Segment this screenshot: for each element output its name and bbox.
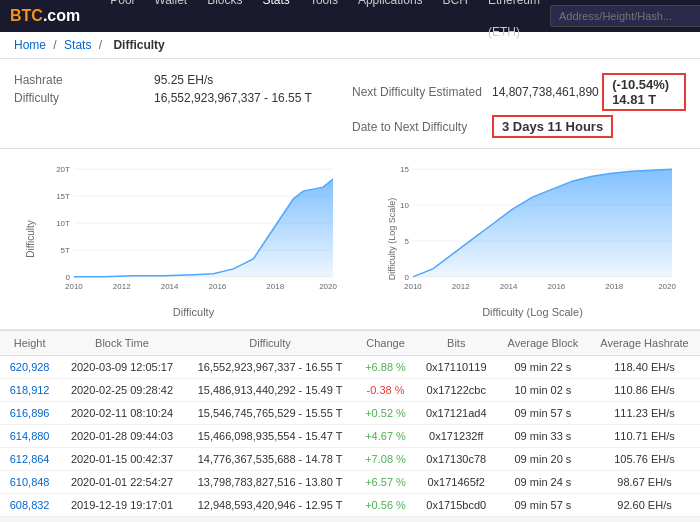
charts-area: Difficulty 20T 15T 10T 5T 0 xyxy=(0,149,700,330)
hashrate-row: Hashrate 95.25 EH/s xyxy=(14,71,348,89)
logo: BTC.com xyxy=(10,7,80,25)
cell-difficulty: 16,552,923,967,337 - 16.55 T xyxy=(185,356,356,379)
table-row: 614,880 2020-01-28 09:44:03 15,466,098,9… xyxy=(0,425,700,448)
cell-block-time: 2020-01-28 09:44:03 xyxy=(59,425,184,448)
cell-avg-block: 09 min 57 s xyxy=(497,494,589,517)
svg-text:2018: 2018 xyxy=(266,282,284,291)
chart2-title: Difficulty (Log Scale) xyxy=(383,306,682,318)
cell-avg-hashrate: 110.71 EH/s xyxy=(589,425,700,448)
next-diff-value: 14,807,738,461,890 xyxy=(492,85,599,99)
cell-avg-block: 09 min 33 s xyxy=(497,425,589,448)
chart1-y-label: Difficulty xyxy=(25,220,36,258)
cell-height[interactable]: 610,848 xyxy=(0,471,59,494)
nav-blocks[interactable]: Blocks xyxy=(197,0,252,48)
svg-text:0: 0 xyxy=(65,273,70,282)
cell-bits: 0x1715bcd0 xyxy=(416,494,497,517)
cell-avg-block: 09 min 24 s xyxy=(497,471,589,494)
svg-text:15: 15 xyxy=(400,165,409,174)
svg-text:2020: 2020 xyxy=(658,282,676,291)
cell-height[interactable]: 618,912 xyxy=(0,379,59,402)
svg-text:2010: 2010 xyxy=(404,282,422,291)
header: BTC.com Pool Wallet Blocks Stats Tools A… xyxy=(0,0,700,32)
svg-text:0: 0 xyxy=(404,273,409,282)
cell-bits: 0x17121ad4 xyxy=(416,402,497,425)
cell-difficulty: 15,466,098,935,554 - 15.47 T xyxy=(185,425,356,448)
breadcrumb-current: Difficulty xyxy=(113,38,164,52)
svg-text:2010: 2010 xyxy=(65,282,83,291)
cell-bits: 0x17130c78 xyxy=(416,448,497,471)
next-diff-change: (-10.54%) 14.81 T xyxy=(602,73,686,111)
table-row: 610,848 2020-01-01 22:54:27 13,798,783,8… xyxy=(0,471,700,494)
col-height: Height xyxy=(0,331,59,356)
chart2-y-label: Difficulty (Log Scale) xyxy=(387,198,397,280)
cell-difficulty: 12,948,593,420,946 - 12.95 T xyxy=(185,494,356,517)
table-row: 608,832 2019-12-19 19:17:01 12,948,593,4… xyxy=(0,494,700,517)
cell-difficulty: 13,798,783,827,516 - 13.80 T xyxy=(185,471,356,494)
cell-block-time: 2019-12-19 19:17:01 xyxy=(59,494,184,517)
svg-text:2012: 2012 xyxy=(452,282,470,291)
nav-applications[interactable]: Applications xyxy=(348,0,433,48)
cell-change: +0.56 % xyxy=(355,494,415,517)
stats-grid: Hashrate 95.25 EH/s Difficulty 16,552,92… xyxy=(14,71,686,140)
hashrate-value: 95.25 EH/s xyxy=(154,73,213,87)
next-diff-row: Next Difficulty Estimated 14,807,738,461… xyxy=(352,71,686,113)
cell-height[interactable]: 620,928 xyxy=(0,356,59,379)
difficulty-chart: Difficulty 20T 15T 10T 5T 0 xyxy=(14,159,353,319)
cell-difficulty: 15,546,745,765,529 - 15.55 T xyxy=(185,402,356,425)
cell-avg-block: 10 min 02 s xyxy=(497,379,589,402)
cell-change: +7.08 % xyxy=(355,448,415,471)
cell-change: +6.88 % xyxy=(355,356,415,379)
col-avg-block: Average Block xyxy=(497,331,589,356)
cell-avg-hashrate: 118.40 EH/s xyxy=(589,356,700,379)
cell-change: -0.38 % xyxy=(355,379,415,402)
svg-text:2014: 2014 xyxy=(500,282,518,291)
difficulty-log-chart: Difficulty (Log Scale) 15 10 5 0 2010 xyxy=(353,159,686,319)
cell-block-time: 2020-02-11 08:10:24 xyxy=(59,402,184,425)
nav-stats[interactable]: Stats xyxy=(253,0,300,48)
breadcrumb-stats[interactable]: Stats xyxy=(64,38,91,52)
svg-text:2020: 2020 xyxy=(319,282,337,291)
breadcrumb-home[interactable]: Home xyxy=(14,38,46,52)
cell-difficulty: 15,486,913,440,292 - 15.49 T xyxy=(185,379,356,402)
stats-right: Next Difficulty Estimated 14,807,738,461… xyxy=(352,71,686,140)
cell-block-time: 2020-01-01 22:54:27 xyxy=(59,471,184,494)
cell-height[interactable]: 612,864 xyxy=(0,448,59,471)
hashrate-label: Hashrate xyxy=(14,73,154,87)
table-row: 618,912 2020-02-25 09:28:42 15,486,913,4… xyxy=(0,379,700,402)
breadcrumb-sep1: / xyxy=(53,38,56,52)
svg-text:15T: 15T xyxy=(56,192,70,201)
cell-avg-block: 09 min 22 s xyxy=(497,356,589,379)
table-row: 620,928 2020-03-09 12:05:17 16,552,923,9… xyxy=(0,356,700,379)
cell-change: +0.52 % xyxy=(355,402,415,425)
svg-text:5T: 5T xyxy=(61,246,70,255)
cell-block-time: 2020-02-25 09:28:42 xyxy=(59,379,184,402)
svg-text:10: 10 xyxy=(400,201,409,210)
date-next-row: Date to Next Difficulty 3 Days 11 Hours xyxy=(352,113,686,140)
col-bits: Bits xyxy=(416,331,497,356)
cell-bits: 0x17110119 xyxy=(416,356,497,379)
stats-section: Hashrate 95.25 EH/s Difficulty 16,552,92… xyxy=(0,59,700,149)
svg-text:2016: 2016 xyxy=(548,282,566,291)
nav-bch[interactable]: BCH xyxy=(433,0,478,48)
search-input[interactable] xyxy=(550,5,700,27)
svg-text:2012: 2012 xyxy=(113,282,131,291)
search-box xyxy=(550,5,700,27)
difficulty-label: Difficulty xyxy=(14,91,154,105)
nav-tools[interactable]: Tools xyxy=(300,0,348,48)
date-next-value: 3 Days 11 Hours xyxy=(492,115,613,138)
svg-text:2014: 2014 xyxy=(161,282,179,291)
cell-height[interactable]: 608,832 xyxy=(0,494,59,517)
difficulty-value: 16,552,923,967,337 - 16.55 T xyxy=(154,91,312,105)
cell-avg-hashrate: 110.86 EH/s xyxy=(589,379,700,402)
cell-avg-block: 09 min 57 s xyxy=(497,402,589,425)
nav-ethereum[interactable]: Ethereum (ETH) xyxy=(478,0,550,48)
col-change: Change xyxy=(355,331,415,356)
chart1-svg: 20T 15T 10T 5T 0 2010 2012 2014 2016 201… xyxy=(44,159,343,299)
cell-height[interactable]: 616,896 xyxy=(0,402,59,425)
next-diff-label: Next Difficulty Estimated xyxy=(352,85,492,99)
cell-change: +6.57 % xyxy=(355,471,415,494)
date-next-label: Date to Next Difficulty xyxy=(352,120,492,134)
stats-left: Hashrate 95.25 EH/s Difficulty 16,552,92… xyxy=(14,71,348,140)
cell-height[interactable]: 614,880 xyxy=(0,425,59,448)
cell-avg-hashrate: 105.76 EH/s xyxy=(589,448,700,471)
